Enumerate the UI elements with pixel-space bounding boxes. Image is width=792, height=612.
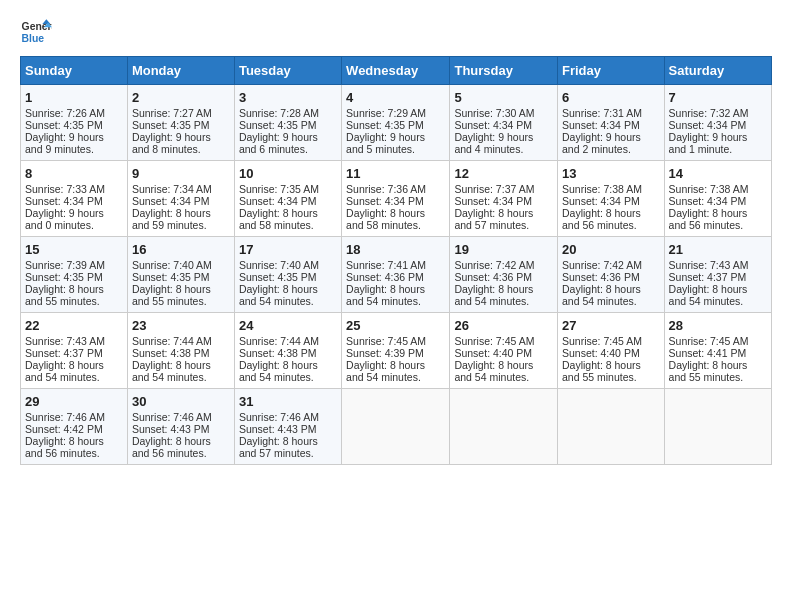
day-info: Sunrise: 7:42 AM	[562, 259, 660, 271]
calendar-cell: 24Sunrise: 7:44 AMSunset: 4:38 PMDayligh…	[234, 313, 341, 389]
day-info: Sunrise: 7:42 AM	[454, 259, 553, 271]
day-info: Sunrise: 7:38 AM	[669, 183, 767, 195]
day-info: Daylight: 8 hours	[669, 283, 767, 295]
page-header: General Blue	[20, 16, 772, 48]
day-number: 12	[454, 166, 553, 181]
day-info: Sunset: 4:36 PM	[562, 271, 660, 283]
calendar-week-1: 1Sunrise: 7:26 AMSunset: 4:35 PMDaylight…	[21, 85, 772, 161]
day-info: and 56 minutes.	[25, 447, 123, 459]
day-info: and 54 minutes.	[346, 295, 445, 307]
calendar-cell	[558, 389, 665, 465]
calendar-cell: 2Sunrise: 7:27 AMSunset: 4:35 PMDaylight…	[127, 85, 234, 161]
calendar-header-wednesday: Wednesday	[342, 57, 450, 85]
day-number: 14	[669, 166, 767, 181]
day-info: Sunrise: 7:44 AM	[132, 335, 230, 347]
day-info: Sunrise: 7:46 AM	[239, 411, 337, 423]
day-info: Daylight: 8 hours	[454, 207, 553, 219]
day-info: Sunrise: 7:46 AM	[132, 411, 230, 423]
day-info: and 57 minutes.	[239, 447, 337, 459]
day-info: Sunset: 4:35 PM	[239, 271, 337, 283]
calendar-header-sunday: Sunday	[21, 57, 128, 85]
calendar-table: SundayMondayTuesdayWednesdayThursdayFrid…	[20, 56, 772, 465]
calendar-cell: 16Sunrise: 7:40 AMSunset: 4:35 PMDayligh…	[127, 237, 234, 313]
svg-text:Blue: Blue	[22, 33, 45, 44]
calendar-week-4: 22Sunrise: 7:43 AMSunset: 4:37 PMDayligh…	[21, 313, 772, 389]
day-info: Sunset: 4:34 PM	[562, 195, 660, 207]
day-number: 3	[239, 90, 337, 105]
day-info: Sunset: 4:34 PM	[346, 195, 445, 207]
calendar-cell	[342, 389, 450, 465]
day-number: 26	[454, 318, 553, 333]
calendar-cell: 6Sunrise: 7:31 AMSunset: 4:34 PMDaylight…	[558, 85, 665, 161]
day-info: Daylight: 9 hours	[562, 131, 660, 143]
day-info: Sunset: 4:40 PM	[562, 347, 660, 359]
day-number: 24	[239, 318, 337, 333]
day-info: Sunset: 4:35 PM	[239, 119, 337, 131]
day-info: and 58 minutes.	[346, 219, 445, 231]
day-number: 16	[132, 242, 230, 257]
day-number: 5	[454, 90, 553, 105]
day-info: Sunset: 4:34 PM	[132, 195, 230, 207]
day-info: Sunrise: 7:34 AM	[132, 183, 230, 195]
day-info: Sunset: 4:42 PM	[25, 423, 123, 435]
day-info: Sunset: 4:43 PM	[239, 423, 337, 435]
calendar-cell: 1Sunrise: 7:26 AMSunset: 4:35 PMDaylight…	[21, 85, 128, 161]
day-info: and 58 minutes.	[239, 219, 337, 231]
calendar-cell: 14Sunrise: 7:38 AMSunset: 4:34 PMDayligh…	[664, 161, 771, 237]
day-info: Sunset: 4:34 PM	[239, 195, 337, 207]
calendar-cell: 13Sunrise: 7:38 AMSunset: 4:34 PMDayligh…	[558, 161, 665, 237]
calendar-cell: 7Sunrise: 7:32 AMSunset: 4:34 PMDaylight…	[664, 85, 771, 161]
day-info: and 56 minutes.	[132, 447, 230, 459]
day-info: Sunrise: 7:44 AM	[239, 335, 337, 347]
day-info: Sunset: 4:37 PM	[669, 271, 767, 283]
day-info: Sunset: 4:38 PM	[132, 347, 230, 359]
day-info: Sunset: 4:41 PM	[669, 347, 767, 359]
calendar-cell: 27Sunrise: 7:45 AMSunset: 4:40 PMDayligh…	[558, 313, 665, 389]
calendar-cell: 17Sunrise: 7:40 AMSunset: 4:35 PMDayligh…	[234, 237, 341, 313]
day-info: Sunrise: 7:45 AM	[454, 335, 553, 347]
day-info: Sunset: 4:34 PM	[669, 119, 767, 131]
day-info: Daylight: 8 hours	[239, 283, 337, 295]
day-info: and 54 minutes.	[454, 295, 553, 307]
calendar-cell: 10Sunrise: 7:35 AMSunset: 4:34 PMDayligh…	[234, 161, 341, 237]
calendar-header-tuesday: Tuesday	[234, 57, 341, 85]
day-info: Sunrise: 7:26 AM	[25, 107, 123, 119]
calendar-cell: 20Sunrise: 7:42 AMSunset: 4:36 PMDayligh…	[558, 237, 665, 313]
day-info: Sunset: 4:40 PM	[454, 347, 553, 359]
calendar-cell: 9Sunrise: 7:34 AMSunset: 4:34 PMDaylight…	[127, 161, 234, 237]
day-info: Daylight: 8 hours	[562, 283, 660, 295]
day-info: Daylight: 8 hours	[239, 435, 337, 447]
day-info: Sunrise: 7:31 AM	[562, 107, 660, 119]
day-info: Sunrise: 7:41 AM	[346, 259, 445, 271]
calendar-cell: 29Sunrise: 7:46 AMSunset: 4:42 PMDayligh…	[21, 389, 128, 465]
calendar-week-2: 8Sunrise: 7:33 AMSunset: 4:34 PMDaylight…	[21, 161, 772, 237]
day-info: Daylight: 8 hours	[346, 359, 445, 371]
calendar-cell: 18Sunrise: 7:41 AMSunset: 4:36 PMDayligh…	[342, 237, 450, 313]
day-number: 20	[562, 242, 660, 257]
day-info: and 9 minutes.	[25, 143, 123, 155]
day-number: 28	[669, 318, 767, 333]
day-number: 10	[239, 166, 337, 181]
day-number: 9	[132, 166, 230, 181]
day-info: Daylight: 8 hours	[346, 207, 445, 219]
day-number: 1	[25, 90, 123, 105]
day-info: and 4 minutes.	[454, 143, 553, 155]
day-info: and 54 minutes.	[669, 295, 767, 307]
calendar-cell: 22Sunrise: 7:43 AMSunset: 4:37 PMDayligh…	[21, 313, 128, 389]
day-info: Daylight: 8 hours	[25, 435, 123, 447]
day-info: Sunrise: 7:35 AM	[239, 183, 337, 195]
calendar-header-monday: Monday	[127, 57, 234, 85]
day-info: Daylight: 9 hours	[132, 131, 230, 143]
day-info: Daylight: 8 hours	[25, 359, 123, 371]
calendar-week-5: 29Sunrise: 7:46 AMSunset: 4:42 PMDayligh…	[21, 389, 772, 465]
day-info: Sunrise: 7:27 AM	[132, 107, 230, 119]
day-info: and 55 minutes.	[669, 371, 767, 383]
day-number: 29	[25, 394, 123, 409]
calendar-cell: 15Sunrise: 7:39 AMSunset: 4:35 PMDayligh…	[21, 237, 128, 313]
calendar-cell: 11Sunrise: 7:36 AMSunset: 4:34 PMDayligh…	[342, 161, 450, 237]
day-number: 30	[132, 394, 230, 409]
calendar-cell: 8Sunrise: 7:33 AMSunset: 4:34 PMDaylight…	[21, 161, 128, 237]
calendar-cell: 19Sunrise: 7:42 AMSunset: 4:36 PMDayligh…	[450, 237, 558, 313]
day-number: 17	[239, 242, 337, 257]
day-number: 22	[25, 318, 123, 333]
